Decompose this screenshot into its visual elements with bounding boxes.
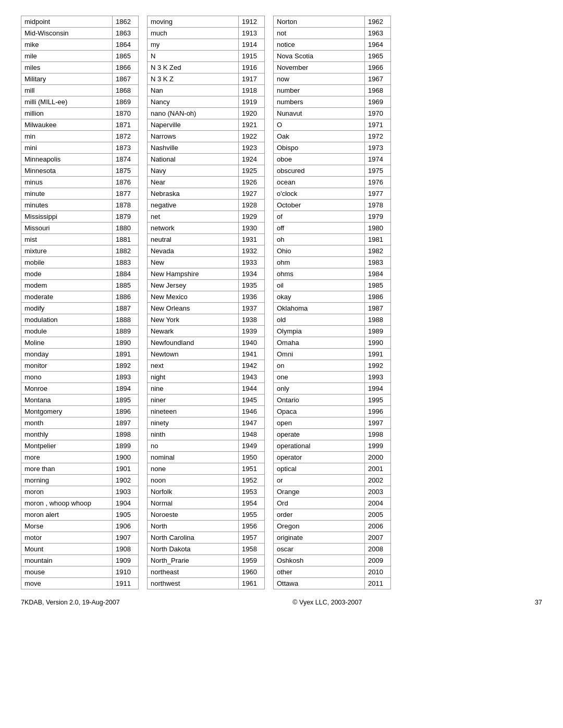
num-cell: 1985 [365, 280, 391, 291]
word-cell: Omaha [274, 337, 365, 349]
num-cell: 1956 [239, 521, 265, 532]
table-row: oboe1974 [274, 154, 391, 165]
num-cell: 1888 [113, 314, 139, 326]
table-row: numbers1969 [274, 96, 391, 108]
word-cell: million [21, 108, 113, 119]
table-row: North Dakota1958 [148, 544, 265, 555]
word-cell: number [274, 85, 365, 96]
num-cell: 2000 [365, 452, 391, 463]
table-row: North1956 [148, 521, 265, 532]
table-row: obscured1975 [274, 165, 391, 177]
num-cell: 1938 [239, 314, 265, 326]
word-cell: off [274, 223, 365, 234]
num-cell: 1895 [113, 394, 139, 406]
table-row: of1979 [274, 211, 391, 223]
table-row: night1943 [148, 372, 265, 383]
num-cell: 1963 [365, 28, 391, 39]
word-cell: Monroe [21, 383, 113, 394]
table-row: ohms1984 [274, 268, 391, 280]
table-row: operate1998 [274, 429, 391, 440]
table-row: Ottawa2011 [274, 578, 391, 589]
num-cell: 1869 [113, 96, 139, 108]
num-cell: 1997 [365, 417, 391, 429]
table-row: Nova Scotia1965 [274, 51, 391, 62]
table-row: only1994 [274, 383, 391, 394]
table-row: Naperville1921 [148, 119, 265, 131]
table-row: one1993 [274, 372, 391, 383]
table-row: Nebraska1927 [148, 188, 265, 200]
num-cell: 1981 [365, 234, 391, 245]
word-cell: Montana [21, 394, 113, 406]
table-row: New1933 [148, 257, 265, 268]
num-cell: 1928 [239, 200, 265, 211]
table-row: o'clock1977 [274, 188, 391, 200]
num-cell: 1877 [113, 188, 139, 200]
num-cell: 1916 [239, 62, 265, 73]
num-cell: 1991 [365, 349, 391, 360]
word-cell: none [148, 463, 239, 475]
table-row: North_Prarie1959 [148, 555, 265, 566]
table-row: N 3 K Z1917 [148, 73, 265, 85]
num-cell: 1954 [239, 498, 265, 509]
word-cell: ninth [148, 429, 239, 440]
table-row: originate2007 [274, 532, 391, 544]
num-cell: 1940 [239, 337, 265, 349]
word-cell: numbers [274, 96, 365, 108]
table-row: mono1893 [21, 372, 139, 383]
word-cell: ocean [274, 177, 365, 188]
word-cell: not [274, 28, 365, 39]
table-row: Omaha1990 [274, 337, 391, 349]
word-cell: Moline [21, 337, 113, 349]
num-cell: 1937 [239, 303, 265, 314]
word-cell: originate [274, 532, 365, 544]
table-row: moron alert1905 [21, 509, 139, 521]
word-cell: Nevada [148, 245, 239, 257]
footer: 7KDAB, Version 2.0, 19-Aug-2007 © Vyex L… [21, 599, 542, 606]
word-cell: Ord [274, 498, 365, 509]
num-cell: 1964 [365, 39, 391, 51]
word-cell: old [274, 314, 365, 326]
word-cell: North [148, 521, 239, 532]
table-row: Navy1925 [148, 165, 265, 177]
word-cell: Noroeste [148, 509, 239, 521]
table-row: ocean1976 [274, 177, 391, 188]
table-row: old1988 [274, 314, 391, 326]
word-cell: okay [274, 291, 365, 303]
word-cell: more than [21, 463, 113, 475]
word-cell: New Hampshire [148, 268, 239, 280]
word-cell: Oklahoma [274, 303, 365, 314]
table-row: okay1986 [274, 291, 391, 303]
word-cell: Orange [274, 486, 365, 498]
table-row: midpoint1862 [21, 16, 139, 28]
num-cell: 1932 [239, 245, 265, 257]
word-cell: Montpelier [21, 440, 113, 452]
word-cell: mode [21, 268, 113, 280]
num-cell: 1889 [113, 326, 139, 337]
num-cell: 1959 [239, 555, 265, 566]
word-cell: Navy [148, 165, 239, 177]
num-cell: 1945 [239, 394, 265, 406]
word-cell: modify [21, 303, 113, 314]
num-cell: 2009 [365, 555, 391, 566]
word-cell: on [274, 360, 365, 372]
num-cell: 1883 [113, 257, 139, 268]
word-cell: mixture [21, 245, 113, 257]
table-row: minutes1878 [21, 200, 139, 211]
num-cell: 1992 [365, 360, 391, 372]
num-cell: 1994 [365, 383, 391, 394]
num-cell: 1878 [113, 200, 139, 211]
table-row: Norton1962 [274, 16, 391, 28]
table-row: net1929 [148, 211, 265, 223]
num-cell: 1874 [113, 154, 139, 165]
num-cell: 1929 [239, 211, 265, 223]
word-cell: Montgomery [21, 406, 113, 417]
num-cell: 1866 [113, 62, 139, 73]
num-cell: 1996 [365, 406, 391, 417]
word-cell: monthly [21, 429, 113, 440]
word-cell: Nashville [148, 142, 239, 154]
word-cell: modem [21, 280, 113, 291]
word-cell: noon [148, 475, 239, 486]
table-row: operator2000 [274, 452, 391, 463]
table-row: mike1864 [21, 39, 139, 51]
word-cell: Military [21, 73, 113, 85]
